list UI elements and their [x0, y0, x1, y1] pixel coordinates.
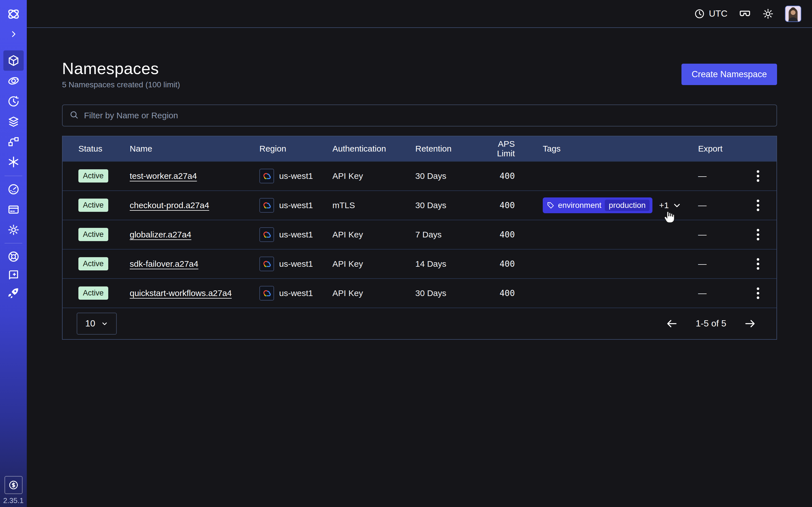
- retention-value: 7 Days: [415, 230, 479, 239]
- page-title: Namespaces: [62, 59, 180, 77]
- next-page-arrow-icon[interactable]: [744, 318, 756, 330]
- google-cloud-icon: [259, 227, 274, 242]
- status-badge: Active: [79, 228, 108, 241]
- sidebar-item-release-notes[interactable]: [3, 265, 24, 285]
- auth-value: API Key: [333, 230, 415, 239]
- aps-value: 400: [479, 230, 515, 239]
- tag-key: environment: [558, 201, 601, 210]
- table-header-row: Status Name Region Authentication Retent…: [63, 136, 776, 161]
- auth-value: API Key: [333, 171, 415, 181]
- export-value: —: [695, 230, 776, 239]
- namespace-link[interactable]: test-worker.a27a4: [130, 171, 197, 180]
- labs-glasses-icon[interactable]: [739, 8, 751, 20]
- sidebar-item-deployments[interactable]: [3, 112, 24, 132]
- namespace-link[interactable]: globalizer.a27a4: [130, 230, 192, 239]
- namespace-link[interactable]: quickstart-workflows.a27a4: [130, 288, 232, 298]
- namespace-link[interactable]: sdk-failover.a27a4: [130, 259, 199, 269]
- retention-value: 14 Days: [415, 259, 479, 269]
- aps-value: 400: [479, 259, 515, 269]
- sidebar-item-usage[interactable]: [3, 179, 24, 200]
- col-header-aps-limit: APS Limit: [479, 139, 515, 158]
- sidebar-item-billing[interactable]: [3, 200, 24, 220]
- table-row: Active checkout-prod.a27a4 us-west1 mTLS…: [63, 190, 776, 220]
- export-value: —: [695, 259, 776, 269]
- retention-value: 30 Days: [415, 288, 479, 298]
- google-cloud-icon: [259, 169, 274, 183]
- region-label: us-west1: [279, 288, 313, 298]
- page-size-select[interactable]: 10: [77, 313, 117, 335]
- table-pagination: 10 1-5 of 5: [63, 307, 776, 339]
- status-badge: Active: [79, 169, 108, 182]
- table-row: Active test-worker.a27a4 us-west1 API Ke…: [63, 161, 776, 190]
- row-menu-kebab-icon[interactable]: [755, 168, 761, 183]
- col-header-retention: Retention: [415, 144, 479, 154]
- table-row: Active sdk-failover.a27a4 us-west1 API K…: [63, 249, 776, 278]
- sidebar: 2.35.1: [0, 0, 27, 507]
- status-badge: Active: [79, 257, 108, 270]
- auth-value: mTLS: [333, 201, 415, 210]
- sidebar-divider: [4, 243, 22, 243]
- page-subtitle: 5 Namespaces created (100 limit): [62, 80, 180, 89]
- aps-value: 400: [479, 200, 515, 210]
- row-menu-kebab-icon[interactable]: [755, 286, 761, 300]
- google-cloud-icon: [259, 198, 274, 213]
- search-icon: [69, 110, 79, 121]
- retention-value: 30 Days: [415, 171, 479, 181]
- tags-expand-chevron-icon[interactable]: [672, 201, 682, 210]
- create-namespace-button[interactable]: Create Namespace: [681, 64, 777, 85]
- region-label: us-west1: [279, 259, 313, 269]
- sidebar-item-namespaces[interactable]: [3, 50, 24, 71]
- region-label: us-west1: [279, 201, 313, 210]
- tags-cell: environment production +1: [515, 198, 695, 213]
- sidebar-item-getting-started[interactable]: [3, 283, 24, 303]
- export-value: —: [695, 201, 776, 210]
- previous-page-arrow-icon[interactable]: [666, 318, 678, 330]
- export-value: —: [695, 171, 776, 181]
- col-header-region: Region: [259, 144, 333, 154]
- table-row: Active globalizer.a27a4 us-west1 API Key…: [63, 220, 776, 249]
- namespace-link[interactable]: checkout-prod.a27a4: [130, 201, 209, 210]
- row-menu-kebab-icon[interactable]: [755, 227, 761, 242]
- theme-toggle-sun-icon[interactable]: [762, 8, 774, 19]
- sidebar-divider: [4, 176, 22, 176]
- region-label: us-west1: [279, 171, 313, 181]
- sidebar-item-schedules[interactable]: [3, 91, 24, 112]
- tag-value: production: [605, 200, 650, 211]
- status-badge: Active: [79, 286, 108, 300]
- temporal-logo-icon[interactable]: [3, 4, 24, 24]
- sidebar-item-settings[interactable]: [3, 220, 24, 240]
- aps-value: 400: [479, 288, 515, 298]
- page-size-value: 10: [85, 318, 95, 329]
- google-cloud-icon: [259, 257, 274, 271]
- col-header-status: Status: [63, 144, 130, 154]
- row-menu-kebab-icon[interactable]: [755, 256, 761, 271]
- sidebar-collapse-chevron-icon[interactable]: [3, 24, 24, 44]
- credits-button[interactable]: [4, 476, 22, 494]
- app-version: 2.35.1: [0, 496, 27, 505]
- user-avatar[interactable]: [785, 6, 801, 22]
- filter-bar[interactable]: [62, 105, 777, 126]
- filter-input[interactable]: [84, 111, 770, 120]
- chevron-down-icon: [101, 320, 108, 327]
- col-header-authentication: Authentication: [333, 144, 415, 154]
- auth-value: API Key: [333, 288, 415, 298]
- table-row: Active quickstart-workflows.a27a4 us-wes…: [63, 278, 776, 307]
- sidebar-item-support[interactable]: [3, 246, 24, 267]
- timezone-selector[interactable]: UTC: [694, 8, 727, 19]
- auth-value: API Key: [333, 259, 415, 269]
- namespaces-table: Status Name Region Authentication Retent…: [62, 136, 777, 340]
- tag-pill[interactable]: environment production: [543, 198, 652, 213]
- sidebar-item-workflows[interactable]: [3, 71, 24, 91]
- aps-value: 400: [479, 171, 515, 181]
- tags-overflow-count: +1: [659, 201, 669, 210]
- row-menu-kebab-icon[interactable]: [755, 198, 761, 213]
- retention-value: 30 Days: [415, 201, 479, 210]
- sidebar-item-batch-operations[interactable]: [3, 131, 24, 152]
- col-header-export: Export: [695, 144, 776, 154]
- pagination-range: 1-5 of 5: [696, 318, 726, 329]
- tag-icon: [547, 202, 555, 209]
- clock-icon: [694, 8, 705, 19]
- sidebar-item-nexus[interactable]: [3, 152, 24, 172]
- google-cloud-icon: [259, 286, 274, 300]
- main-content: Namespaces 5 Namespaces created (100 lim…: [27, 28, 812, 507]
